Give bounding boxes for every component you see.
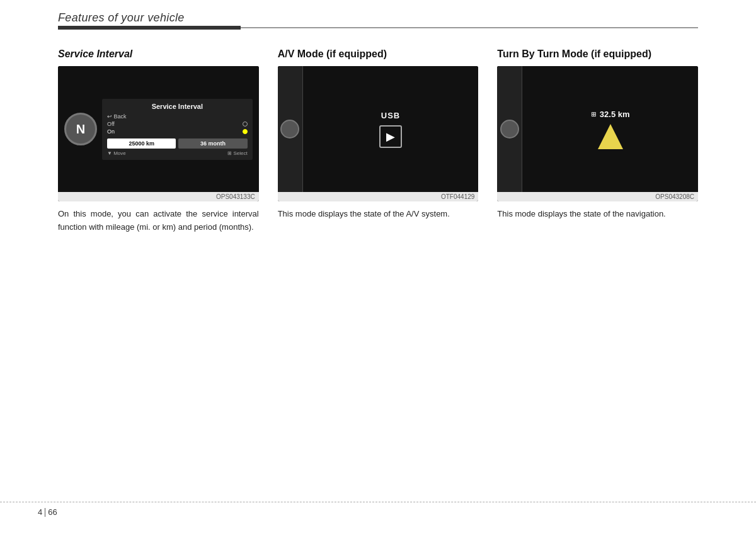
av-screen: USB ▶ — [278, 66, 479, 192]
si-knob: N — [64, 113, 97, 145]
av-play-icon: ▶ — [379, 125, 402, 148]
av-image-code: OTF044129 — [278, 192, 479, 201]
si-menu-off: Off — [107, 120, 248, 128]
si-radio-on — [243, 129, 248, 134]
tbt-knob-circle — [500, 120, 519, 138]
tbt-distance-value: 32.5 km — [600, 110, 630, 119]
tbt-image: ⊞ 32.5 km OPS043208C — [497, 66, 698, 201]
section-title-av-mode: A/V Mode (if equipped) — [278, 48, 479, 60]
section-title-service-interval: Service Interval — [58, 48, 259, 60]
si-off-label: Off — [107, 121, 115, 127]
si-inner: N Service Interval ↩ Back Off On — [64, 72, 253, 186]
service-interval-image: N Service Interval ↩ Back Off On — [58, 66, 259, 201]
header-line-dark — [58, 26, 241, 30]
column-turn-by-turn: Turn By Turn Mode (if equipped) ⊞ 32.5 k… — [497, 48, 698, 221]
si-menu: Service Interval ↩ Back Off On — [102, 99, 253, 160]
si-month-box: 36 month — [178, 138, 247, 149]
si-menu-on: On — [107, 128, 248, 135]
si-nav-select: ⊞ Select — [227, 150, 247, 156]
av-knob — [278, 66, 303, 192]
header-line-light — [241, 27, 698, 28]
si-nav: ▼ Move ⊞ Select — [107, 150, 248, 156]
si-menu-title: Service Interval — [107, 103, 248, 110]
footer-number: 66 — [48, 507, 57, 517]
tbt-screen: ⊞ 32.5 km — [497, 66, 698, 192]
tbt-description: This mode displays the state of the navi… — [497, 208, 698, 221]
tbt-nav-icon: ⊞ — [591, 111, 596, 118]
footer-section: 4 — [38, 507, 42, 517]
av-usb-label: USB — [381, 111, 400, 120]
si-screen: N Service Interval ↩ Back Off On — [58, 66, 259, 192]
si-nav-move: ▼ Move — [107, 150, 126, 156]
column-service-interval: Service Interval N Service Interval ↩ Ba… — [58, 48, 259, 234]
main-content: Service Interval N Service Interval ↩ Ba… — [0, 30, 756, 234]
si-description: On this mode, you can activate the servi… — [58, 208, 259, 234]
page-footer: 4 66 — [0, 502, 756, 517]
footer-separator — [45, 508, 45, 517]
si-back-label: ↩ Back — [107, 113, 127, 120]
tbt-arrow-up — [598, 124, 623, 149]
av-content: USB ▶ — [303, 111, 479, 148]
av-description: This mode displays the state of the A/V … — [278, 208, 479, 221]
si-bottom-bar: 25000 km 36 month — [107, 138, 248, 149]
page-title: Features of your vehicle — [58, 11, 698, 25]
tbt-image-code: OPS043208C — [497, 192, 698, 201]
si-km-box: 25000 km — [107, 138, 176, 149]
tbt-content: ⊞ 32.5 km — [522, 110, 698, 149]
si-menu-back: ↩ Back — [107, 113, 248, 120]
page-header: Features of your vehicle — [0, 0, 756, 30]
av-mode-image: USB ▶ OTF044129 — [278, 66, 479, 201]
column-av-mode: A/V Mode (if equipped) USB ▶ OTF044129 T… — [278, 48, 479, 221]
si-on-label: On — [107, 128, 115, 135]
si-radio-off — [243, 121, 248, 127]
play-symbol: ▶ — [386, 130, 395, 144]
footer-page-number: 4 66 — [0, 507, 756, 517]
tbt-knob — [497, 66, 522, 192]
section-title-tbt: Turn By Turn Mode (if equipped) — [497, 48, 698, 60]
tbt-distance-display: ⊞ 32.5 km — [591, 110, 630, 119]
si-image-code: OPS043133C — [58, 192, 259, 201]
si-knob-label: N — [76, 122, 85, 137]
av-knob-circle — [280, 120, 299, 138]
